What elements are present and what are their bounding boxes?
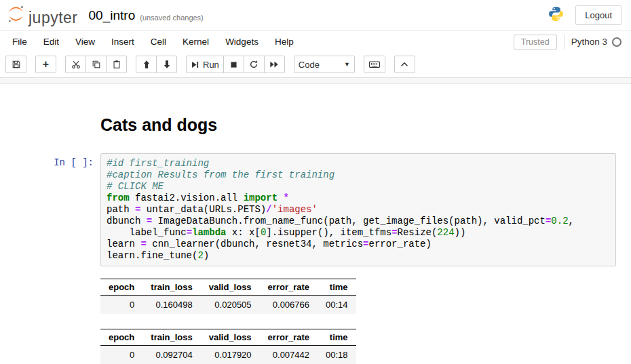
column-header: error_rate	[260, 329, 318, 346]
header-shadow	[0, 78, 631, 84]
table-cell: 0.160498	[142, 296, 200, 315]
table-cell: 0	[100, 346, 142, 364]
code-lines: #id first_training#caption Results from …	[107, 158, 610, 262]
column-header: train_loss	[142, 329, 200, 346]
toolbar: +	[0, 52, 631, 78]
jupyter-logo[interactable]: jupyter	[7, 5, 78, 26]
arrow-down-icon	[162, 60, 172, 69]
header-bar: jupyter 00_intro (unsaved changes) Logou…	[0, 0, 631, 31]
interrupt-kernel-button[interactable]	[223, 56, 244, 73]
fast-forward-icon	[269, 60, 279, 69]
table-cell: 0.006766	[260, 296, 318, 315]
trusted-button[interactable]: Trusted	[514, 35, 557, 49]
notebook-area: Cats and dogs In [ ]: #id first_training…	[0, 84, 631, 364]
command-palette-button[interactable]	[364, 56, 385, 73]
scissors-icon	[71, 60, 81, 69]
run-label: Run	[203, 60, 219, 70]
markdown-heading: Cats and dogs	[100, 115, 616, 135]
collapse-toolbar-button[interactable]	[394, 56, 415, 73]
menu-item-view[interactable]: View	[67, 33, 103, 50]
logout-button[interactable]: Logout	[575, 5, 622, 25]
table-cell: 0.092704	[142, 346, 200, 364]
table-cell: 00:14	[318, 296, 356, 315]
restart-run-all-button[interactable]	[264, 56, 285, 73]
arrow-up-icon	[142, 60, 151, 69]
column-header: time	[318, 279, 356, 296]
training-results-table-2: epochtrain_lossvalid_losserror_ratetime0…	[100, 329, 356, 364]
run-button[interactable]: Run	[186, 56, 224, 73]
kernel-idle-icon	[612, 37, 622, 47]
markdown-cell-prompt	[0, 115, 100, 153]
menu-item-widgets[interactable]: Widgets	[217, 33, 267, 50]
code-cell-prompt: In [ ]:	[0, 153, 100, 266]
add-cell-button[interactable]: +	[35, 56, 56, 73]
table-cell: 0.020505	[201, 296, 260, 315]
save-icon	[12, 60, 21, 69]
save-button[interactable]	[5, 56, 26, 73]
table-row: 00.0927040.0179200.00744200:18	[100, 346, 356, 364]
menubar: File Edit View Insert Cell Kernel Widget…	[0, 31, 631, 52]
clipboard-icon	[112, 60, 121, 69]
table-cell: 0	[100, 296, 142, 315]
menu-item-edit[interactable]: Edit	[35, 33, 67, 50]
run-icon	[191, 60, 199, 69]
column-header: valid_loss	[201, 329, 260, 346]
code-cell: In [ ]: #id first_training#caption Resul…	[0, 153, 631, 266]
menu-item-cell[interactable]: Cell	[142, 33, 174, 50]
column-header: epoch	[100, 329, 142, 346]
checkpoint-status: (unsaved changes)	[140, 14, 204, 22]
code-editor[interactable]: #id first_training#caption Results from …	[100, 153, 616, 266]
menubar-divider	[564, 35, 565, 49]
copy-cell-button[interactable]	[85, 56, 107, 73]
stop-icon	[229, 60, 238, 69]
column-header: train_loss	[142, 279, 200, 296]
plus-icon: +	[43, 59, 49, 70]
output-cell-prompt	[0, 266, 100, 364]
column-header: epoch	[100, 279, 142, 296]
restart-kernel-button[interactable]	[244, 56, 265, 73]
table-cell: 00:18	[318, 346, 356, 364]
menu-item-insert[interactable]: Insert	[103, 33, 142, 50]
menu-item-kernel[interactable]: Kernel	[174, 33, 217, 50]
keyboard-icon	[368, 60, 381, 69]
chevron-down-icon: ▼	[344, 61, 350, 68]
menu-item-file[interactable]: File	[4, 33, 35, 50]
cell-type-dropdown[interactable]: Code ▼	[294, 56, 355, 73]
column-header: time	[318, 329, 356, 346]
python-logo-icon	[548, 5, 565, 25]
notebook-title[interactable]: 00_intro	[89, 8, 136, 23]
markdown-cell[interactable]: Cats and dogs	[0, 115, 631, 153]
cut-cell-button[interactable]	[65, 56, 86, 73]
column-header: error_rate	[260, 279, 318, 296]
move-cell-up-button[interactable]	[136, 56, 157, 73]
output-cell: epochtrain_lossvalid_losserror_ratetime0…	[0, 266, 631, 364]
copy-icon	[92, 60, 101, 69]
jupyter-logo-text: jupyter	[28, 10, 78, 26]
move-cell-down-button[interactable]	[156, 56, 177, 73]
kernel-name-label: Python 3	[571, 37, 607, 47]
jupyter-logo-icon	[7, 5, 25, 26]
paste-cell-button[interactable]	[106, 56, 127, 73]
training-results-table-1: epochtrain_lossvalid_losserror_ratetime0…	[100, 279, 356, 314]
cell-type-value: Code	[299, 60, 320, 70]
menu-item-help[interactable]: Help	[267, 33, 302, 50]
column-header: valid_loss	[201, 279, 260, 296]
restart-icon	[249, 60, 259, 69]
table-cell: 0.017920	[201, 346, 260, 364]
table-row: 00.1604980.0205050.00676600:14	[100, 296, 356, 315]
chevron-up-icon	[400, 60, 409, 69]
table-cell: 0.007442	[260, 346, 318, 364]
